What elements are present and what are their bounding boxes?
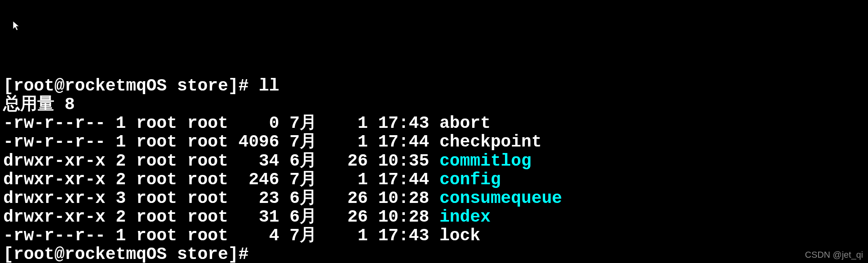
file-metadata: drwxr-xr-x 3 root root 23 6月 26 10:28 [3, 189, 439, 208]
file-metadata: drwxr-xr-x 2 root root 34 6月 26 10:35 [3, 151, 439, 171]
file-listing-row: drwxr-xr-x 2 root root 246 7月 1 17:44 co… [3, 170, 865, 189]
file-listing-row: drwxr-xr-x 3 root root 23 6月 26 10:28 co… [3, 189, 865, 208]
file-listing-row: drwxr-xr-x 2 root root 34 6月 26 10:35 co… [3, 152, 865, 170]
shell-prompt: [root@rocketmqOS store]# [3, 76, 259, 96]
prompt-line-1: [root@rocketmqOS store]# ll [3, 77, 865, 95]
directory-name: commitlog [439, 151, 531, 171]
file-metadata: drwxr-xr-x 2 root root 31 6月 26 10:28 [3, 207, 439, 227]
file-name: checkpoint [439, 132, 541, 152]
directory-name: config [439, 170, 501, 190]
file-listing-row: -rw-r--r-- 1 root root 4096 7月 1 17:44 c… [3, 133, 865, 151]
file-listing-row: -rw-r--r-- 1 root root 4 7月 1 17:43 lock [3, 226, 865, 245]
file-name: abort [439, 114, 490, 133]
command-text: ll [259, 76, 279, 96]
directory-name: consumequeue [439, 189, 562, 208]
file-metadata: drwxr-xr-x 2 root root 246 7月 1 17:44 [3, 170, 439, 190]
directory-name: index [439, 207, 490, 227]
total-line: 总用量 8 [3, 95, 865, 114]
file-metadata: -rw-r--r-- 1 root root 4 7月 1 17:43 [3, 226, 439, 246]
file-metadata: -rw-r--r-- 1 root root 4096 7月 1 17:44 [3, 132, 439, 152]
file-listing-row: drwxr-xr-x 2 root root 31 6月 26 10:28 in… [3, 208, 865, 226]
file-name: lock [439, 226, 480, 246]
watermark-text: CSDN @jet_qi [805, 250, 863, 260]
file-listing-row: -rw-r--r-- 1 root root 0 7月 1 17:43 abor… [3, 114, 865, 133]
mouse-cursor-icon [12, 20, 20, 32]
terminal-output[interactable]: [root@rocketmqOS store]# ll总用量 8-rw-r--r… [3, 77, 865, 263]
prompt-line-2: [root@rocketmqOS store]# [3, 245, 865, 263]
file-metadata: -rw-r--r-- 1 root root 0 7月 1 17:43 [3, 114, 439, 133]
